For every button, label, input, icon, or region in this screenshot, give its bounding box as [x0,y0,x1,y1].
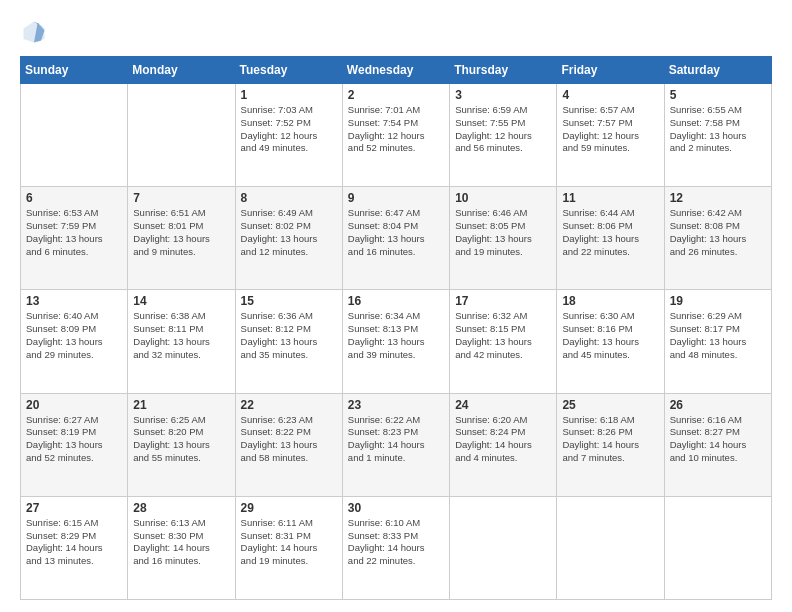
day-number: 24 [455,398,551,412]
page: SundayMondayTuesdayWednesdayThursdayFrid… [0,0,792,612]
day-number: 28 [133,501,229,515]
calendar-cell [450,496,557,599]
calendar-table: SundayMondayTuesdayWednesdayThursdayFrid… [20,56,772,600]
calendar-cell: 13Sunrise: 6:40 AM Sunset: 8:09 PM Dayli… [21,290,128,393]
day-number: 23 [348,398,444,412]
day-info: Sunrise: 6:38 AM Sunset: 8:11 PM Dayligh… [133,310,229,361]
day-number: 14 [133,294,229,308]
weekday-header-monday: Monday [128,57,235,84]
day-info: Sunrise: 6:34 AM Sunset: 8:13 PM Dayligh… [348,310,444,361]
day-info: Sunrise: 6:22 AM Sunset: 8:23 PM Dayligh… [348,414,444,465]
weekday-header-saturday: Saturday [664,57,771,84]
day-number: 25 [562,398,658,412]
day-info: Sunrise: 6:44 AM Sunset: 8:06 PM Dayligh… [562,207,658,258]
day-number: 11 [562,191,658,205]
day-number: 16 [348,294,444,308]
day-info: Sunrise: 6:10 AM Sunset: 8:33 PM Dayligh… [348,517,444,568]
day-info: Sunrise: 6:59 AM Sunset: 7:55 PM Dayligh… [455,104,551,155]
day-info: Sunrise: 6:55 AM Sunset: 7:58 PM Dayligh… [670,104,766,155]
day-number: 12 [670,191,766,205]
weekday-header-tuesday: Tuesday [235,57,342,84]
calendar-cell: 3Sunrise: 6:59 AM Sunset: 7:55 PM Daylig… [450,84,557,187]
day-info: Sunrise: 6:49 AM Sunset: 8:02 PM Dayligh… [241,207,337,258]
calendar-cell: 18Sunrise: 6:30 AM Sunset: 8:16 PM Dayli… [557,290,664,393]
calendar-cell: 7Sunrise: 6:51 AM Sunset: 8:01 PM Daylig… [128,187,235,290]
week-row-4: 20Sunrise: 6:27 AM Sunset: 8:19 PM Dayli… [21,393,772,496]
calendar-cell: 28Sunrise: 6:13 AM Sunset: 8:30 PM Dayli… [128,496,235,599]
day-number: 20 [26,398,122,412]
day-info: Sunrise: 6:18 AM Sunset: 8:26 PM Dayligh… [562,414,658,465]
day-number: 9 [348,191,444,205]
calendar-cell: 1Sunrise: 7:03 AM Sunset: 7:52 PM Daylig… [235,84,342,187]
day-info: Sunrise: 6:53 AM Sunset: 7:59 PM Dayligh… [26,207,122,258]
day-info: Sunrise: 6:20 AM Sunset: 8:24 PM Dayligh… [455,414,551,465]
weekday-header-thursday: Thursday [450,57,557,84]
day-info: Sunrise: 6:46 AM Sunset: 8:05 PM Dayligh… [455,207,551,258]
day-number: 7 [133,191,229,205]
weekday-header-sunday: Sunday [21,57,128,84]
day-number: 30 [348,501,444,515]
day-info: Sunrise: 6:27 AM Sunset: 8:19 PM Dayligh… [26,414,122,465]
week-row-2: 6Sunrise: 6:53 AM Sunset: 7:59 PM Daylig… [21,187,772,290]
day-info: Sunrise: 6:13 AM Sunset: 8:30 PM Dayligh… [133,517,229,568]
day-number: 5 [670,88,766,102]
day-number: 15 [241,294,337,308]
calendar-cell: 25Sunrise: 6:18 AM Sunset: 8:26 PM Dayli… [557,393,664,496]
weekday-header-row: SundayMondayTuesdayWednesdayThursdayFrid… [21,57,772,84]
day-info: Sunrise: 6:40 AM Sunset: 8:09 PM Dayligh… [26,310,122,361]
calendar-cell [128,84,235,187]
day-info: Sunrise: 6:36 AM Sunset: 8:12 PM Dayligh… [241,310,337,361]
day-number: 27 [26,501,122,515]
calendar-cell [664,496,771,599]
day-info: Sunrise: 6:25 AM Sunset: 8:20 PM Dayligh… [133,414,229,465]
day-info: Sunrise: 6:57 AM Sunset: 7:57 PM Dayligh… [562,104,658,155]
day-number: 3 [455,88,551,102]
calendar-cell: 17Sunrise: 6:32 AM Sunset: 8:15 PM Dayli… [450,290,557,393]
day-number: 13 [26,294,122,308]
day-info: Sunrise: 6:11 AM Sunset: 8:31 PM Dayligh… [241,517,337,568]
calendar-cell: 26Sunrise: 6:16 AM Sunset: 8:27 PM Dayli… [664,393,771,496]
day-info: Sunrise: 6:42 AM Sunset: 8:08 PM Dayligh… [670,207,766,258]
logo-icon [20,18,48,46]
week-row-1: 1Sunrise: 7:03 AM Sunset: 7:52 PM Daylig… [21,84,772,187]
calendar-cell: 6Sunrise: 6:53 AM Sunset: 7:59 PM Daylig… [21,187,128,290]
day-number: 18 [562,294,658,308]
day-info: Sunrise: 6:16 AM Sunset: 8:27 PM Dayligh… [670,414,766,465]
header [20,18,772,46]
calendar-cell: 27Sunrise: 6:15 AM Sunset: 8:29 PM Dayli… [21,496,128,599]
week-row-3: 13Sunrise: 6:40 AM Sunset: 8:09 PM Dayli… [21,290,772,393]
day-number: 26 [670,398,766,412]
day-number: 8 [241,191,337,205]
calendar-cell [557,496,664,599]
calendar-cell: 10Sunrise: 6:46 AM Sunset: 8:05 PM Dayli… [450,187,557,290]
day-number: 17 [455,294,551,308]
calendar-cell: 24Sunrise: 6:20 AM Sunset: 8:24 PM Dayli… [450,393,557,496]
day-number: 19 [670,294,766,308]
calendar-cell: 23Sunrise: 6:22 AM Sunset: 8:23 PM Dayli… [342,393,449,496]
day-number: 10 [455,191,551,205]
day-info: Sunrise: 6:51 AM Sunset: 8:01 PM Dayligh… [133,207,229,258]
calendar-cell: 16Sunrise: 6:34 AM Sunset: 8:13 PM Dayli… [342,290,449,393]
calendar-cell [21,84,128,187]
day-info: Sunrise: 7:01 AM Sunset: 7:54 PM Dayligh… [348,104,444,155]
calendar-cell: 30Sunrise: 6:10 AM Sunset: 8:33 PM Dayli… [342,496,449,599]
day-number: 6 [26,191,122,205]
calendar-cell: 9Sunrise: 6:47 AM Sunset: 8:04 PM Daylig… [342,187,449,290]
day-number: 22 [241,398,337,412]
weekday-header-friday: Friday [557,57,664,84]
weekday-header-wednesday: Wednesday [342,57,449,84]
day-number: 1 [241,88,337,102]
calendar-cell: 8Sunrise: 6:49 AM Sunset: 8:02 PM Daylig… [235,187,342,290]
day-number: 2 [348,88,444,102]
calendar-cell: 11Sunrise: 6:44 AM Sunset: 8:06 PM Dayli… [557,187,664,290]
calendar-cell: 22Sunrise: 6:23 AM Sunset: 8:22 PM Dayli… [235,393,342,496]
calendar-cell: 21Sunrise: 6:25 AM Sunset: 8:20 PM Dayli… [128,393,235,496]
day-info: Sunrise: 6:15 AM Sunset: 8:29 PM Dayligh… [26,517,122,568]
day-info: Sunrise: 6:32 AM Sunset: 8:15 PM Dayligh… [455,310,551,361]
calendar-cell: 20Sunrise: 6:27 AM Sunset: 8:19 PM Dayli… [21,393,128,496]
calendar-cell: 19Sunrise: 6:29 AM Sunset: 8:17 PM Dayli… [664,290,771,393]
day-number: 29 [241,501,337,515]
week-row-5: 27Sunrise: 6:15 AM Sunset: 8:29 PM Dayli… [21,496,772,599]
day-number: 4 [562,88,658,102]
day-info: Sunrise: 6:30 AM Sunset: 8:16 PM Dayligh… [562,310,658,361]
